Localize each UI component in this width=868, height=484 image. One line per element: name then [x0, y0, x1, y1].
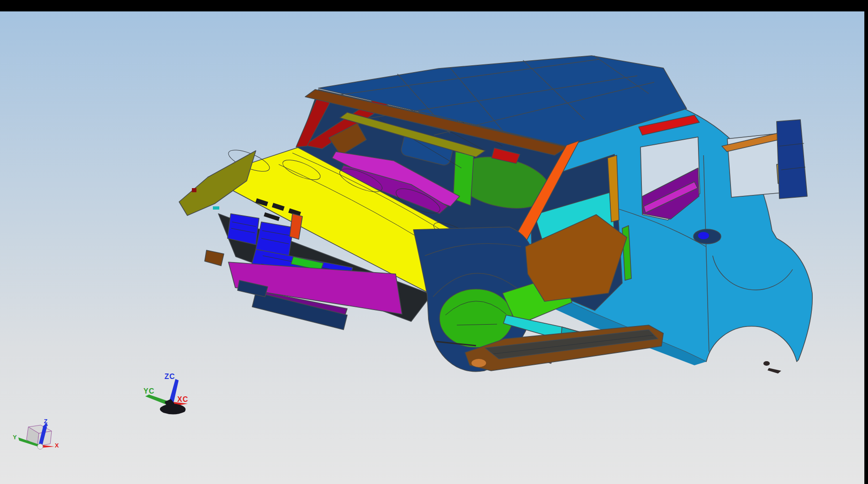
view-y-label: Y [13, 434, 17, 441]
model-scene[interactable]: ZC YC XC Z Y X [0, 0, 868, 484]
right-black-bar [864, 0, 868, 484]
cad-application-window: ZC YC XC Z Y X [0, 0, 868, 484]
wcs-x-label: XC [177, 395, 188, 403]
view-x-label: X [55, 442, 59, 449]
door-handle[interactable] [693, 229, 721, 244]
wcs-y-label: YC [143, 387, 154, 395]
car-body-model[interactable] [179, 56, 812, 374]
graphics-viewport[interactable]: ZC YC XC Z Y X [0, 0, 868, 484]
view-z-label: Z [44, 418, 48, 425]
wcs-triad[interactable]: ZC YC XC [143, 373, 188, 415]
top-black-bar [0, 0, 868, 11]
view-orientation-triad[interactable]: Z Y X [13, 418, 59, 449]
debris-parts[interactable] [763, 361, 781, 374]
wcs-z-label: ZC [164, 373, 175, 380]
dpillar-window[interactable] [777, 120, 807, 199]
view-origin-ball[interactable] [37, 444, 43, 449]
